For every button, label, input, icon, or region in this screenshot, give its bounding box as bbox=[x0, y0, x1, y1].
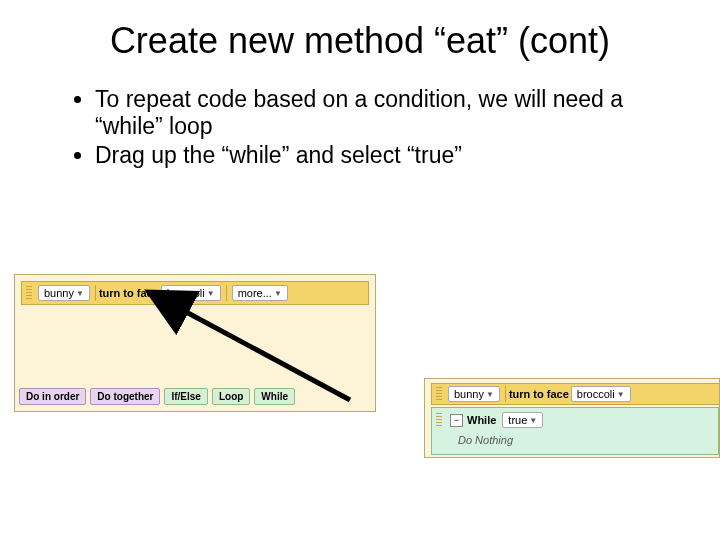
separator bbox=[226, 285, 227, 301]
tile-do-together[interactable]: Do together bbox=[90, 388, 160, 405]
drag-grip-icon bbox=[436, 413, 442, 427]
bullet-item: To repeat code based on a condition, we … bbox=[95, 86, 665, 140]
control-tile-bar: Do in order Do together If/Else Loop Whi… bbox=[19, 385, 371, 407]
annotation-arrow-icon bbox=[0, 0, 720, 540]
tile-loop[interactable]: Loop bbox=[212, 388, 250, 405]
alice-while-panel: bunny▼ turn to face broccoli▼ − While tr… bbox=[424, 378, 720, 458]
slide: Create new method “eat” (cont) To repeat… bbox=[0, 0, 720, 540]
tile-if-else[interactable]: If/Else bbox=[164, 388, 207, 405]
drag-grip-icon bbox=[26, 286, 32, 300]
code-statement[interactable]: bunny▼ turn to face broccoli▼ more...▼ bbox=[21, 281, 369, 305]
action-label: turn to face bbox=[99, 287, 159, 299]
tile-do-in-order[interactable]: Do in order bbox=[19, 388, 86, 405]
target-chip[interactable]: broccoli▼ bbox=[571, 386, 631, 402]
while-block[interactable]: − While true▼ Do Nothing bbox=[431, 407, 719, 455]
page-title: Create new method “eat” (cont) bbox=[40, 20, 680, 62]
object-chip[interactable]: bunny▼ bbox=[448, 386, 500, 402]
object-chip[interactable]: bunny▼ bbox=[38, 285, 90, 301]
empty-body-label: Do Nothing bbox=[458, 434, 718, 446]
code-statement[interactable]: bunny▼ turn to face broccoli▼ bbox=[431, 383, 720, 405]
collapse-icon[interactable]: − bbox=[450, 414, 463, 427]
separator bbox=[95, 285, 96, 301]
alice-editor-panel: bunny▼ turn to face broccoli▼ more...▼ D… bbox=[14, 274, 376, 412]
target-chip[interactable]: broccoli▼ bbox=[161, 285, 221, 301]
more-chip[interactable]: more...▼ bbox=[232, 285, 288, 301]
while-header: − While true▼ bbox=[432, 408, 718, 432]
separator bbox=[505, 386, 506, 402]
action-label: turn to face bbox=[509, 388, 569, 400]
tile-while[interactable]: While bbox=[254, 388, 295, 405]
drag-grip-icon bbox=[436, 387, 442, 401]
bullet-item: Drag up the “while” and select “true” bbox=[95, 142, 665, 169]
bullet-list: To repeat code based on a condition, we … bbox=[55, 86, 665, 169]
while-keyword: While bbox=[467, 414, 496, 426]
condition-chip[interactable]: true▼ bbox=[502, 412, 543, 428]
